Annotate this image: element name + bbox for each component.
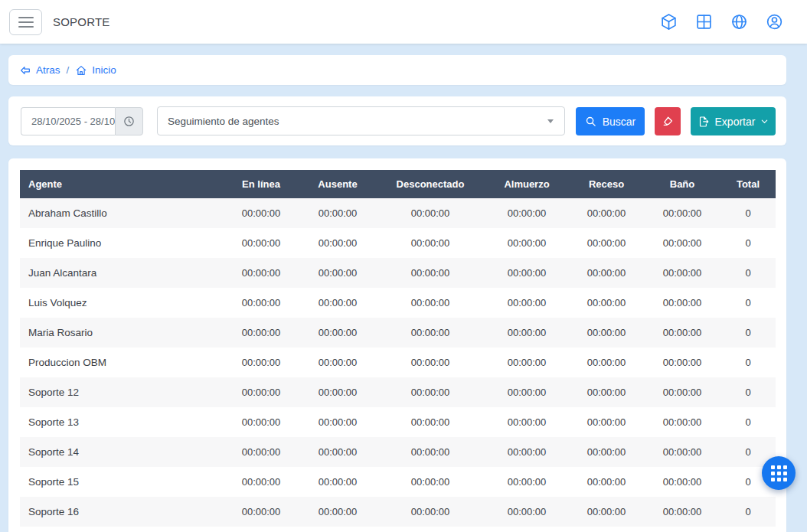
cube-icon[interactable] [658,12,678,32]
time-value-cell: 00:00:00 [299,198,376,228]
header-actions [658,12,784,32]
table-row: Abraham Castillo00:00:0000:00:0000:00:00… [20,198,776,228]
column-header: Agente [20,170,223,198]
time-value-cell: 00:00:00 [644,377,720,407]
time-value-cell: 00:00:00 [223,288,299,318]
time-value-cell: 00:00:00 [223,258,299,288]
export-button[interactable]: Exportar [691,107,776,135]
time-value-cell: 00:00:00 [569,288,644,318]
time-value-cell: 00:00:00 [223,407,299,437]
clear-button[interactable] [655,107,681,135]
breadcrumb-back-label: Atras [36,64,60,76]
time-value-cell: 00:00:00 [644,348,720,377]
time-value-cell: 00:00:00 [376,348,485,377]
time-value-cell: 00:00:00 [485,467,569,497]
time-value-cell: 00:00:00 [376,228,485,258]
agent-name-cell: Produccion OBM [20,348,223,377]
table-row: Soporte 1200:00:0000:00:0000:00:0000:00:… [20,377,776,407]
grid-layout-icon[interactable] [694,12,714,32]
date-range-input[interactable]: 28/10/2025 - 28/10/2025 [21,107,115,135]
agent-name-cell: Soporte 13 [20,407,223,437]
time-value-cell: 00:00:00 [644,258,720,288]
table-row: Enrique Paulino00:00:0000:00:0000:00:000… [20,228,776,258]
export-button-label: Exportar [715,116,756,128]
time-value-cell: 0 [720,288,776,318]
column-header: Receso [569,170,644,198]
breadcrumb-home-link[interactable]: Inicio [75,64,116,77]
breadcrumb: Atras / Inicio [8,55,786,85]
time-value-cell: 00:00:00 [569,407,644,437]
time-value-cell: 00:00:00 [485,377,569,407]
time-value-cell: 00:00:00 [376,288,485,318]
time-value-cell: 00:00:00 [299,318,376,348]
agent-name-cell: Soporte 12 [20,377,223,407]
time-value-cell: 00:00:00 [376,318,485,348]
table-row: Maria Rosario00:00:0000:00:0000:00:0000:… [20,318,776,348]
agent-name-cell: Luis Volquez [20,288,223,318]
time-value-cell: 00:00:00 [223,497,299,527]
table-row: Soporte 1600:00:0000:00:0000:00:0000:00:… [20,497,776,527]
column-header: Total [720,170,776,198]
back-arrow-icon [19,64,31,77]
search-button[interactable]: Buscar [576,107,645,135]
time-value-cell: 00:00:00 [223,228,299,258]
time-value-cell: 00:00:00 [376,497,485,527]
chevron-down-icon [547,119,554,123]
time-value-cell: 00:00:00 [485,497,569,527]
time-value-cell: 00:00:00 [569,497,644,527]
time-value-cell: 00:00:00 [644,288,720,318]
search-icon [585,116,596,127]
menu-toggle-button[interactable] [9,9,42,35]
time-value-cell: 00:00:00 [223,377,299,407]
globe-icon[interactable] [729,12,749,32]
column-header: Baño [644,170,720,198]
time-value-cell: 00:00:00 [569,467,644,497]
agent-name-cell: Enrique Paulino [20,228,223,258]
apps-fab-button[interactable] [762,456,796,490]
agent-name-cell: Juan Alcantara [20,258,223,288]
time-value-cell: 00:00:00 [299,348,376,377]
date-range-addon[interactable] [115,107,143,135]
date-range-group: 28/10/2025 - 28/10/2025 [21,107,143,135]
agent-name-cell: Maria Rosario [20,318,223,348]
column-header: En línea [223,170,299,198]
time-value-cell: 00:00:00 [223,198,299,228]
eraser-icon [662,115,675,128]
time-value-cell: 00:00:00 [485,258,569,288]
breadcrumb-back-link[interactable]: Atras [19,64,60,77]
time-value-cell: 00:00:00 [485,228,569,258]
time-value-cell: 0 [720,258,776,288]
time-value-cell: 00:00:00 [569,258,644,288]
table-row: Juan Alcantara00:00:0000:00:0000:00:0000… [20,258,776,288]
table-row: Luis Volquez00:00:0000:00:0000:00:0000:0… [20,288,776,318]
time-value-cell: 00:00:00 [569,377,644,407]
search-button-label: Buscar [603,116,636,128]
time-value-cell: 00:00:00 [569,348,644,377]
time-value-cell: 00:00:00 [644,318,720,348]
agents-table-card: AgenteEn líneaAusenteDesconectadoAlmuerz… [8,158,786,532]
report-type-select[interactable]: Seguimiento de agentes [157,106,565,135]
breadcrumb-separator: / [67,64,70,76]
time-value-cell: 00:00:00 [644,467,720,497]
report-type-value: Seguimiento de agentes [168,116,279,127]
time-value-cell: 00:00:00 [299,258,376,288]
agent-name-cell: Soporte 15 [20,467,223,497]
table-row: Soporte 1400:00:0000:00:0000:00:0000:00:… [20,437,776,467]
time-value-cell: 00:00:00 [485,407,569,437]
time-value-cell: 0 [720,377,776,407]
time-value-cell: 00:00:00 [485,288,569,318]
clock-icon [123,115,136,128]
user-avatar-icon[interactable] [764,12,784,32]
agent-name-cell: Abraham Castillo [20,198,223,228]
time-value-cell: 0 [720,348,776,377]
filter-bar: 28/10/2025 - 28/10/2025 Seguimiento de a… [8,96,786,145]
time-value-cell: 00:00:00 [485,198,569,228]
table-row: Produccion OBM00:00:0000:00:0000:00:0000… [20,348,776,377]
time-value-cell: 00:00:00 [485,348,569,377]
time-value-cell: 00:00:00 [299,437,376,467]
column-header: Desconectado [376,170,485,198]
time-value-cell: 00:00:00 [376,377,485,407]
time-value-cell: 00:00:00 [376,198,485,228]
time-value-cell: 00:00:00 [299,497,376,527]
column-header: Almuerzo [485,170,569,198]
